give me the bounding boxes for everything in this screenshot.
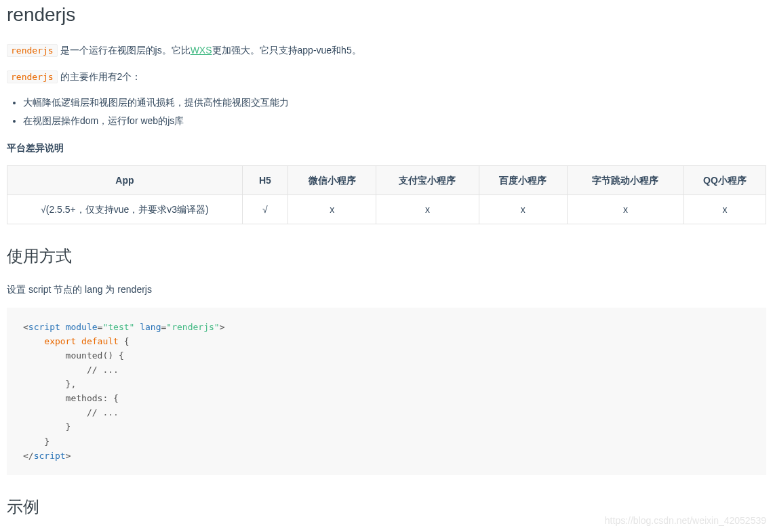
intro-post: 更加强大。它只支持app-vue和h5。 [212,45,361,56]
code-tag-renderjs-2: renderjs [7,70,58,83]
platform-table: App H5 微信小程序 支付宝小程序 百度小程序 字节跳动小程序 QQ小程序 … [7,165,766,225]
table-header: 微信小程序 [288,165,376,195]
code-block: <script module="test" lang="renderjs"> e… [7,308,766,474]
purpose-lead: 的主要作用有2个： [60,71,142,82]
table-header: H5 [242,165,288,195]
intro-pre: 是一个运行在视图层的js。它比 [60,45,191,56]
table-header: 百度小程序 [479,165,567,195]
table-header: App [7,165,243,195]
table-cell: x [567,195,683,224]
intro-paragraph: renderjs 是一个运行在视图层的js。它比WXS更加强大。它只支持app-… [7,43,766,58]
purpose-list: 大幅降低逻辑层和视图层的通讯损耗，提供高性能视图交互能力 在视图层操作dom，运… [7,95,766,128]
example-heading: 示例 [7,494,766,520]
table-header: 字节跳动小程序 [567,165,683,195]
list-item: 大幅降低逻辑层和视图层的通讯损耗，提供高性能视图交互能力 [23,95,766,110]
table-row: √(2.5.5+，仅支持vue，并要求v3编译器) √ x x x x x [7,195,766,224]
table-cell: x [479,195,567,224]
table-cell: √(2.5.5+，仅支持vue，并要求v3编译器) [7,195,243,224]
page-title: renderjs [7,0,766,30]
platform-heading: 平台差异说明 [7,140,766,155]
purpose-paragraph: renderjs 的主要作用有2个： [7,69,766,85]
wxs-link[interactable]: WXS [191,45,212,56]
usage-heading: 使用方式 [7,243,766,269]
table-cell: x [684,195,766,224]
table-cell: √ [242,195,288,224]
table-header: QQ小程序 [684,165,766,195]
list-item: 在视图层操作dom，运行for web的js库 [23,113,766,128]
table-header: 支付宝小程序 [376,165,479,195]
usage-description: 设置 script 节点的 lang 为 renderjs [7,282,766,297]
table-cell: x [376,195,479,224]
code-tag-renderjs: renderjs [7,44,58,57]
table-header-row: App H5 微信小程序 支付宝小程序 百度小程序 字节跳动小程序 QQ小程序 [7,165,766,195]
table-cell: x [288,195,376,224]
